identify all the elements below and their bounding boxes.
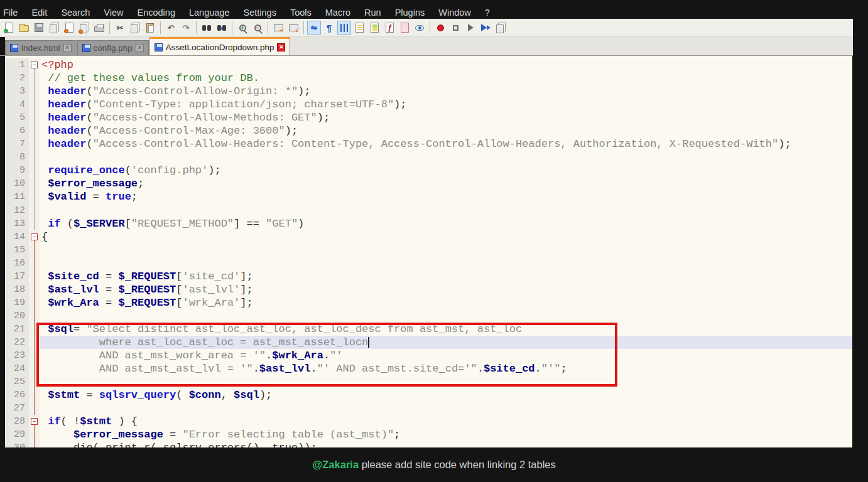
code-line-19[interactable]: 19 $wrk_Ara = $_REQUEST['wrk_Ara']; [5,296,852,309]
code-line-25[interactable]: 25 [5,375,852,388]
code-text: $ast_lvl = $_REQUEST['ast_lvl']; [40,284,852,296]
document-map-icon[interactable] [367,21,381,35]
tab-close-icon[interactable]: ✕ [277,43,285,51]
menu-item-settings[interactable]: Settings [236,6,283,19]
line-number: 23 [5,349,29,362]
code-line-21[interactable]: 21 $sql= "Select distinct ast_loc_ast_lo… [5,323,852,336]
tab-label: config.php [94,43,133,53]
code-line-16[interactable]: 16 [5,257,852,270]
save-icon[interactable] [32,21,46,35]
menu-item-macro[interactable]: Macro [318,6,357,19]
code-line-13[interactable]: 13 if ($_SERVER["REQUEST_METHOD"] == "GE… [5,217,852,230]
open-file-icon[interactable] [17,21,31,35]
menu-item-edit[interactable]: Edit [24,6,54,19]
close-icon[interactable] [62,21,76,35]
code-line-26[interactable]: 26 $stmt = sqlsrv_query( $conn, $sql); [5,388,852,402]
cut-icon[interactable]: ✂ [113,21,127,35]
code-line-29[interactable]: 29 $error_message = "Error selecting tab… [5,428,852,441]
close-all-icon[interactable] [77,21,91,35]
redo-icon[interactable]: ↷ [179,21,193,35]
code-line-17[interactable]: 17 $site_cd = $_REQUEST['site_cd']; [5,270,852,283]
fold-margin [29,402,40,415]
code-line-23[interactable]: 23 AND ast_mst_work_area = '".$wrk_Ara."… [5,349,852,362]
code-text: if( !$stmt ) { [40,415,852,427]
code-line-5[interactable]: 5 header("Access-Control-Allow-Methods: … [5,111,852,124]
code-line-24[interactable]: 24 AND ast_mst_ast_lvl = '".$ast_lvl."' … [5,362,852,375]
macro-save-icon[interactable] [494,21,507,35]
code-line-7[interactable]: 7 header("Access-Control-Allow-Headers: … [5,137,852,151]
code-line-8[interactable]: 8 [5,151,852,164]
macro-record-icon[interactable] [433,21,447,35]
code-line-11[interactable]: 11 $valid = true; [5,190,852,203]
save-all-icon[interactable] [47,21,61,35]
line-number: 10 [5,177,29,190]
fold-collapse-icon[interactable]: – [31,418,38,425]
code-line-28[interactable]: 28– if( !$stmt ) { [5,415,852,428]
script-function-icon[interactable] [382,21,396,35]
code-line-22[interactable]: 22 where ast_loc_ast_loc = ast_mst_asset… [5,336,852,349]
line-number: 21 [5,323,29,336]
macro-stop-icon[interactable] [448,21,462,35]
new-file-icon[interactable] [2,21,16,35]
code-line-4[interactable]: 4 header("Content-Type: application/json… [5,98,852,111]
indent-guide-icon[interactable] [337,21,351,35]
tab-index.html[interactable]: index.html✕ [5,40,77,55]
fold-collapse-icon[interactable]: – [31,233,38,240]
code-line-18[interactable]: 18 $ast_lvl = $_REQUEST['ast_lvl']; [5,283,852,296]
replace-icon[interactable]: ab [215,21,229,35]
code-line-1[interactable]: 1–<?php [5,58,852,72]
line-number: 30 [5,441,29,447]
menu-item-encoding[interactable]: Encoding [131,6,182,19]
code-line-12[interactable]: 12 [5,204,852,217]
doc-switcher-icon[interactable] [398,21,411,35]
code-line-20[interactable]: 20 [5,309,852,323]
menu-item-window[interactable]: Window [431,6,478,19]
code-line-10[interactable]: 10 $error_message; [5,177,852,190]
tab-AssetLocationDropdown.php[interactable]: AssetLocationDropdown.php✕ [149,37,291,55]
function-list-icon[interactable] [352,21,366,35]
code-line-30[interactable]: 30 die( print_r( sqlsrv_errors(), true))… [5,441,852,447]
menu-item-run[interactable]: Run [357,6,388,19]
preview-eye-icon[interactable] [413,21,426,35]
menu-item-tools[interactable]: Tools [283,6,318,19]
zoom-out-icon[interactable]: − [251,21,264,35]
code-line-6[interactable]: 6 header("Access-Control-Max-Age: 3600")… [5,124,852,137]
undo-icon[interactable]: ↶ [164,21,178,35]
word-wrap-icon[interactable]: ⇋ [307,21,321,35]
code-text: $error_message = "Error selecting table … [40,429,852,441]
line-number: 16 [5,257,29,270]
menu-item-plugins[interactable]: Plugins [388,6,432,19]
show-all-characters-icon[interactable]: ¶ [322,21,336,35]
code-line-2[interactable]: 2 // get these values from your DB. [5,72,852,85]
line-number: 24 [5,362,29,375]
code-line-3[interactable]: 3 header("Access-Control-Allow-Origin: *… [5,85,852,98]
zoom-in-icon[interactable]: + [236,21,249,35]
tab-close-icon[interactable]: ✕ [63,44,72,52]
code-line-14[interactable]: 14–{ [5,230,852,244]
fold-margin [29,85,40,98]
print-icon[interactable] [92,21,106,35]
tab-bar: index.html✕config.php✕AssetLocationDropd… [0,37,853,56]
code-text: $error_message; [40,178,852,190]
find-icon[interactable] [200,21,214,35]
menu-item-help[interactable]: ? [478,6,497,19]
code-line-9[interactable]: 9 require_once('config.php'); [5,164,852,177]
fold-collapse-icon[interactable]: – [31,62,38,68]
sync-horizontal-scroll-icon[interactable] [286,21,300,35]
menu-item-language[interactable]: Language [182,6,237,19]
copy-icon[interactable] [128,21,142,35]
macro-run-multiple-icon[interactable] [479,21,492,35]
sync-vertical-scroll-icon[interactable] [271,21,285,35]
menu-item-search[interactable]: Search [54,6,97,19]
code-line-15[interactable]: 15 [5,244,852,257]
tab-close-icon[interactable]: ✕ [136,44,144,52]
code-line-27[interactable]: 27 [5,402,852,415]
editor[interactable]: 1–<?php2 // get these values from your D… [0,56,853,447]
menu-item-view[interactable]: View [97,6,130,19]
tab-config.php[interactable]: config.php✕ [77,40,149,55]
code-area[interactable]: 1–<?php2 // get these values from your D… [5,56,852,447]
menu-item-file[interactable]: File [0,6,24,19]
macro-play-icon[interactable] [464,21,477,35]
caption-text: @Zakaria please add site code when linki… [312,459,556,471]
paste-icon[interactable] [143,21,157,35]
